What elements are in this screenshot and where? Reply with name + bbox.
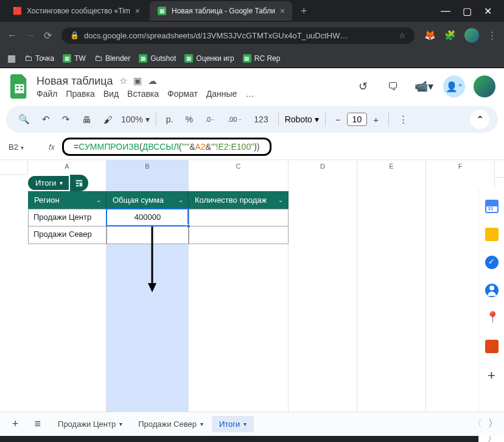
bookmark-item[interactable]: ▦RC Rep — [243, 54, 281, 63]
menu-view[interactable]: Вид — [103, 89, 119, 99]
extensions-menu-icon[interactable]: 🧩 — [444, 30, 456, 41]
history-icon[interactable]: ↺ — [352, 75, 374, 97]
browser-tab[interactable]: 🟥 Хостинговое сообщество «Tim × — [5, 1, 147, 21]
format-123-button[interactable]: 123 — [250, 112, 271, 127]
new-tab-button[interactable]: + — [295, 5, 313, 18]
sheets-icon: ▦ — [184, 54, 193, 63]
tasks-icon[interactable] — [485, 256, 499, 269]
search-icon[interactable]: 🔍 — [15, 111, 33, 127]
table-column-header[interactable]: Регион⌄ — [28, 191, 107, 209]
sheet-prev-button[interactable]: 〈 — [472, 418, 482, 430]
decrease-decimal-button[interactable]: .0← — [201, 113, 219, 125]
sheet-tab[interactable]: Продажи Центр▾ — [51, 416, 130, 432]
menu-data[interactable]: Данные — [206, 89, 237, 99]
close-icon[interactable]: × — [135, 6, 140, 16]
table-column-header[interactable]: Общая сумма⌄ — [107, 191, 189, 209]
apps-grid-icon[interactable]: ▦ — [7, 53, 16, 64]
comment-icon[interactable]: 🗨 — [382, 75, 404, 97]
increase-size-button[interactable]: + — [369, 112, 382, 127]
menu-insert[interactable]: Вставка — [127, 89, 159, 99]
user-avatar[interactable] — [474, 75, 495, 97]
minimize-button[interactable]: — — [441, 5, 450, 16]
sheets-app: Новая таблица ☆ ▣ ☁ Файл Правка Вид Вста… — [0, 68, 504, 436]
percent-button[interactable]: % — [181, 112, 196, 127]
sheet-tab[interactable]: Продажи Север▾ — [131, 416, 211, 432]
profile-avatar[interactable] — [464, 28, 479, 43]
chevron-down-icon[interactable]: ▾ — [243, 421, 247, 427]
url-bar[interactable]: 🔒 docs.google.com/spreadsheets/d/13VMS3J… — [61, 27, 415, 44]
close-icon[interactable]: × — [280, 6, 285, 16]
table-name-pill[interactable]: Итоги▾ — [28, 175, 88, 191]
cloud-icon[interactable]: ☁ — [148, 75, 157, 86]
reload-button[interactable]: ⟳ — [44, 30, 52, 41]
star-icon[interactable]: ☆ — [399, 31, 406, 40]
table-cell[interactable]: Продажи Центр — [28, 209, 107, 226]
share-button[interactable]: 👤⁺ — [443, 75, 465, 97]
star-icon[interactable]: ☆ — [119, 75, 127, 86]
row-header[interactable]: 1 — [495, 160, 504, 178]
column-header[interactable]: D — [289, 160, 357, 421]
move-icon[interactable]: ▣ — [133, 75, 142, 86]
font-size-input[interactable]: 10 — [347, 113, 368, 126]
maps-icon[interactable] — [485, 312, 499, 325]
extension-icon[interactable]: 🦊 — [424, 30, 436, 41]
formula-input[interactable]: =СУММПРОИЗВ(ДВССЫЛ("'" & A2 & "'!E2:E100… — [62, 138, 271, 156]
formula-eq: = — [74, 142, 79, 152]
contacts-icon[interactable] — [485, 284, 499, 297]
bookmark-item[interactable]: ▦Оценки игр — [184, 54, 234, 63]
chevron-down-icon[interactable]: ⌄ — [96, 197, 101, 203]
chevron-down-icon[interactable]: ⌄ — [178, 197, 183, 203]
keep-icon[interactable] — [485, 228, 499, 241]
currency-button[interactable]: р. — [163, 112, 177, 127]
column-header[interactable]: E — [357, 160, 426, 421]
zoom-selector[interactable]: 100% ▾ — [121, 114, 150, 124]
divider — [388, 113, 389, 126]
redo-button[interactable]: ↷ — [58, 111, 74, 127]
menu-file[interactable]: Файл — [37, 89, 57, 99]
tab-favicon: 🟥 — [12, 6, 22, 16]
corner-cell[interactable] — [0, 160, 28, 175]
undo-button[interactable]: ↶ — [38, 111, 54, 127]
print-icon[interactable]: 🖶 — [79, 112, 95, 127]
table-cell[interactable]: 400000 — [107, 209, 189, 226]
more-icon[interactable]: ⋮ — [395, 111, 411, 127]
maximize-button[interactable]: ▢ — [463, 5, 472, 17]
close-window-button[interactable]: ✕ — [484, 5, 492, 17]
meet-icon[interactable]: 📹▾ — [413, 75, 435, 97]
sheets-logo[interactable] — [9, 73, 30, 100]
name-box[interactable]: B2 ▾ — [9, 142, 41, 152]
chevron-down-icon[interactable]: ⌄ — [278, 197, 283, 203]
office-icon[interactable] — [485, 340, 499, 353]
add-addon-button[interactable]: + — [488, 368, 495, 384]
menu-overflow[interactable]: … — [245, 89, 254, 99]
increase-decimal-button[interactable]: .00→ — [224, 113, 245, 125]
decrease-size-button[interactable]: − — [332, 112, 345, 127]
bookmark-item[interactable]: 🗀Blender — [94, 54, 130, 63]
sheet-next-button[interactable]: 〉 — [488, 418, 498, 430]
doc-title[interactable]: Новая таблица — [37, 75, 113, 88]
calendar-icon[interactable] — [485, 200, 499, 213]
back-button[interactable]: ← — [7, 30, 17, 41]
font-selector[interactable]: Roboto ▾ — [285, 114, 319, 124]
all-sheets-button[interactable]: ≡ — [29, 414, 47, 434]
add-sheet-button[interactable]: + — [6, 414, 25, 434]
table-cell[interactable] — [189, 226, 289, 244]
chevron-down-icon: ▾ — [315, 114, 319, 124]
table-cell[interactable]: Продажи Север — [28, 226, 107, 244]
browser-tab-active[interactable]: ▦ Новая таблица - Google Табли × — [150, 1, 292, 21]
bookmark-item[interactable]: 🗀Точка — [24, 54, 54, 63]
bookmark-item[interactable]: ▦TW — [63, 54, 86, 63]
menu-format[interactable]: Формат — [167, 89, 198, 99]
menu-edit[interactable]: Правка — [66, 89, 94, 99]
sheet-tab[interactable]: Итоги▾ — [212, 416, 254, 432]
collapse-toolbar-button[interactable]: ⌃ — [470, 110, 489, 129]
table-column-header[interactable]: Количество продаж⌄ — [189, 191, 289, 209]
paint-format-icon[interactable]: 🖌 — [100, 112, 116, 127]
fill-handle[interactable] — [186, 224, 191, 228]
table-cell[interactable] — [189, 209, 289, 226]
forward-button[interactable]: → — [26, 30, 35, 41]
bookmark-item[interactable]: ▦Gutshot — [139, 54, 176, 63]
browser-menu-icon[interactable]: ⋮ — [488, 30, 497, 41]
chevron-down-icon[interactable]: ▾ — [119, 421, 122, 427]
chevron-down-icon[interactable]: ▾ — [200, 421, 203, 427]
